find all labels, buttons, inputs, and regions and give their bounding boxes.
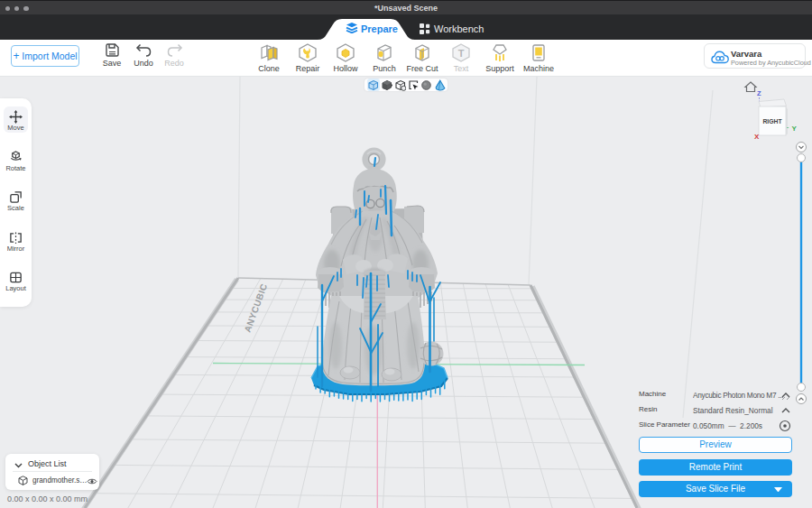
svg-text:X: X	[754, 133, 760, 141]
svg-text:RIGHT: RIGHT	[762, 118, 782, 125]
svg-text:Y: Y	[792, 125, 798, 133]
svg-text:T: T	[458, 48, 465, 59]
svg-text:Z: Z	[757, 89, 761, 97]
